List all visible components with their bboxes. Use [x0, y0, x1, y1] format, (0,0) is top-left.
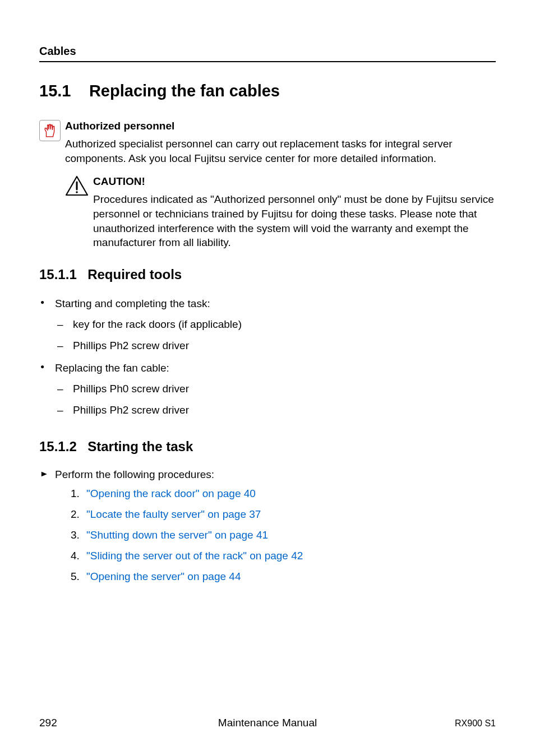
page-header: Cables [39, 45, 496, 62]
procedure-lead: Perform the following procedures: 1. "Op… [39, 469, 496, 583]
list-item: 5. "Opening the server" on page 44 [71, 571, 496, 583]
page-footer: 292 Maintenance Manual RX900 S1 [39, 717, 496, 729]
bullet-text: Replacing the fan cable: [55, 362, 169, 374]
hand-icon [39, 120, 61, 141]
list-item: Starting and completing the task: key fo… [39, 296, 496, 353]
step-number: 2. [71, 508, 86, 521]
bullet-text: Starting and completing the task: [55, 298, 210, 309]
procedure-steps: 1. "Opening the rack door" on page 40 2.… [71, 488, 496, 583]
section-number: 15.1 [39, 82, 71, 100]
footer-model: RX900 S1 [455, 718, 496, 729]
subsection-title: Starting the task [87, 439, 193, 454]
header-category: Cables [39, 45, 496, 58]
list-item: Phillips Ph2 screw driver [55, 403, 496, 418]
link-opening-server[interactable]: "Opening the server" on page 44 [86, 571, 241, 583]
list-item: key for the rack doors (if applicable) [55, 317, 496, 332]
svg-point-1 [76, 191, 78, 193]
caution-block: CAUTION! Procedures indicated as "Author… [65, 175, 496, 250]
list-item: Phillips Ph0 screw driver [55, 382, 496, 396]
info-block: Authorized personnel Authorized speciali… [39, 120, 496, 165]
step-number: 3. [71, 529, 86, 541]
step-number: 1. [71, 488, 86, 500]
info-text: Authorized specialist personnel can carr… [65, 137, 496, 165]
hand-icon-svg [43, 123, 57, 138]
caution-label: CAUTION! [93, 175, 496, 188]
caution-text: Procedures indicated as "Authorized pers… [93, 192, 496, 250]
list-item: 4. "Sliding the server out of the rack" … [71, 550, 496, 562]
link-opening-rack-door[interactable]: "Opening the rack door" on page 40 [86, 488, 256, 500]
list-item: 3. "Shutting down the server" on page 41 [71, 529, 496, 541]
section-title: Replacing the fan cables [89, 82, 280, 100]
caution-content: CAUTION! Procedures indicated as "Author… [93, 175, 496, 250]
tools-bullet-list: Starting and completing the task: key fo… [39, 296, 496, 418]
warning-triangle-icon [65, 175, 89, 197]
subsection-number: 15.1.2 [39, 439, 77, 454]
list-item: 2. "Locate the faulty server" on page 37 [71, 508, 496, 521]
footer-center: Maintenance Manual [218, 717, 317, 729]
subsection-number: 15.1.1 [39, 267, 77, 282]
info-label: Authorized personnel [65, 120, 496, 132]
step-number: 5. [71, 571, 86, 583]
link-shutting-down-server[interactable]: "Shutting down the server" on page 41 [86, 529, 268, 541]
info-content: Authorized personnel Authorized speciali… [65, 120, 496, 165]
warning-triangle-svg [65, 175, 89, 197]
subsection-starting-task: 15.1.2 Starting the task [39, 439, 496, 454]
list-item: Replacing the fan cable: Phillips Ph0 sc… [39, 361, 496, 418]
list-item: Phillips Ph2 screw driver [55, 338, 496, 353]
link-locate-faulty-server[interactable]: "Locate the faulty server" on page 37 [86, 508, 261, 521]
subsection-required-tools: 15.1.1 Required tools [39, 267, 496, 282]
section-heading: 15.1 Replacing the fan cables [39, 82, 496, 100]
dash-list: Phillips Ph0 screw driver Phillips Ph2 s… [55, 382, 496, 417]
lead-text: Perform the following procedures: [55, 469, 214, 480]
footer-page-number: 292 [39, 717, 57, 729]
link-sliding-server-out[interactable]: "Sliding the server out of the rack" on … [86, 550, 303, 562]
subsection-title: Required tools [87, 267, 182, 282]
step-number: 4. [71, 550, 86, 562]
list-item: 1. "Opening the rack door" on page 40 [71, 488, 496, 500]
dash-list: key for the rack doors (if applicable) P… [55, 317, 496, 353]
